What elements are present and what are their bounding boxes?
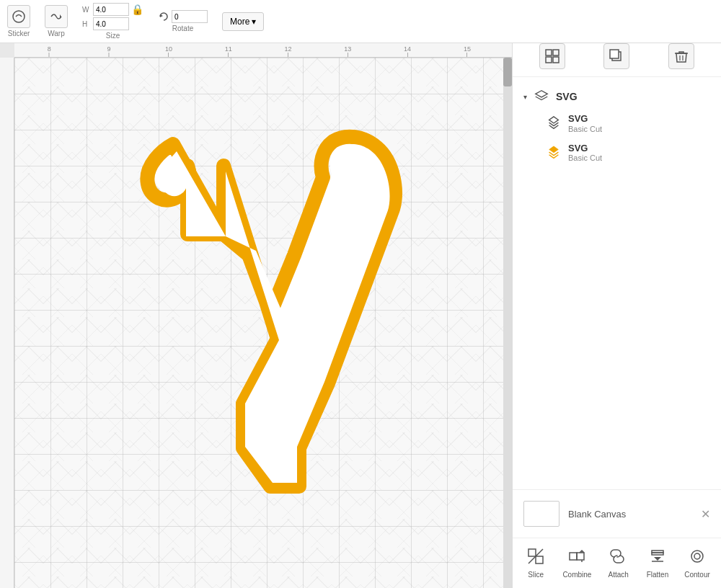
svg-rect-12 <box>528 549 536 556</box>
flatten-icon <box>649 548 666 569</box>
attach-button[interactable]: Attach <box>601 544 637 582</box>
layer-item-sub-1: Basic Cut <box>568 153 602 163</box>
ruler-tick-10: 10 <box>165 45 172 57</box>
rotate-label: Rotate <box>172 24 193 32</box>
layer-children: SVG Basic Cut SVG Bas <box>520 109 714 168</box>
layer-item-sub-0: Basic Cut <box>568 125 602 134</box>
svg-rect-4 <box>553 50 559 55</box>
svg-point-21 <box>694 553 700 559</box>
rotate-icon <box>158 11 169 22</box>
top-ruler: 8 9 10 11 12 13 14 15 <box>14 43 512 58</box>
svg-point-20 <box>691 551 703 562</box>
ruler-tick-14: 14 <box>404 45 411 57</box>
blank-canvas-label: Blank Canvas <box>568 509 626 520</box>
layers-list: ▾ SVG <box>513 77 721 489</box>
height-label: H <box>82 20 91 28</box>
right-panel: Layers Color Sync <box>512 0 721 588</box>
layer-icon-white <box>545 115 562 132</box>
svg-rect-16 <box>577 553 584 560</box>
warp-icon[interactable] <box>45 5 68 28</box>
warp-tool[interactable]: Warp <box>45 5 68 37</box>
chevron-down-icon: ▾ <box>523 93 527 101</box>
width-input[interactable] <box>93 3 129 16</box>
ruler-tick-12: 12 <box>284 45 291 57</box>
bottom-toolbar: Slice Combine Attach <box>513 538 721 588</box>
grid-canvas[interactable] <box>14 58 512 588</box>
size-inputs: W 🔒 H <box>82 3 143 30</box>
layer-item-1[interactable]: SVG Basic Cut <box>541 138 714 168</box>
group-button[interactable] <box>539 43 565 69</box>
warp-label: Warp <box>48 30 65 37</box>
size-tool: W 🔒 H Size <box>82 3 143 40</box>
svg-rect-13 <box>536 556 543 564</box>
attach-icon <box>610 548 627 569</box>
left-ruler <box>0 58 14 588</box>
more-button[interactable]: More ▾ <box>222 12 264 31</box>
ruler-tick-8: 8 <box>48 45 51 57</box>
combine-button[interactable]: Combine <box>557 544 597 582</box>
vertical-scrollbar[interactable] <box>503 58 512 588</box>
svg-rect-3 <box>546 50 552 55</box>
slice-label: Slice <box>528 571 544 579</box>
svg-marker-2 <box>160 14 163 17</box>
top-toolbar: Sticker Warp W 🔒 H Size Rot <box>0 0 721 43</box>
design-svg[interactable] <box>72 94 418 512</box>
rotate-inputs <box>158 10 208 23</box>
scrollbar-thumb[interactable] <box>503 58 512 86</box>
svg-rect-15 <box>570 553 577 560</box>
ruler-tick-9: 9 <box>107 45 111 57</box>
rotate-tool: Rotate <box>158 10 208 32</box>
slice-button[interactable]: Slice <box>518 544 554 582</box>
svg-rect-18 <box>652 551 663 553</box>
canvas-area: 8 9 10 11 12 13 14 15 <box>0 43 512 588</box>
flatten-label: Flatten <box>647 571 669 579</box>
group-icon <box>544 48 560 64</box>
more-label: More <box>230 17 249 27</box>
sticker-tool[interactable]: Sticker <box>7 5 30 37</box>
layer-item-name-0: SVG <box>568 113 602 125</box>
ruler-tick-15: 15 <box>464 45 471 57</box>
layer-item-text-1: SVG Basic Cut <box>568 143 602 164</box>
blank-canvas-item[interactable]: Blank Canvas ✕ <box>520 497 714 530</box>
flatten-button[interactable]: Flatten <box>640 544 676 582</box>
svg-rect-5 <box>546 57 552 63</box>
delete-button[interactable] <box>668 43 694 69</box>
layer-item-0[interactable]: SVG Basic Cut <box>541 109 714 138</box>
duplicate-icon <box>609 48 624 64</box>
rotate-input[interactable] <box>172 10 208 23</box>
size-label: Size <box>106 32 120 40</box>
svg-group-icon <box>533 88 550 105</box>
ruler-tick-11: 11 <box>225 45 232 57</box>
blank-canvas-thumbnail <box>523 501 559 527</box>
blank-canvas-close-icon[interactable]: ✕ <box>701 507 710 521</box>
blank-canvas-section: Blank Canvas ✕ <box>513 489 721 538</box>
sticker-label: Sticker <box>8 30 30 37</box>
contour-label: Contour <box>684 571 710 579</box>
svg-rect-8 <box>610 50 619 58</box>
slice-icon <box>527 548 544 569</box>
svg-rect-6 <box>553 57 559 63</box>
layer-group-svg: ▾ SVG <box>520 84 714 168</box>
sticker-icon[interactable] <box>7 5 30 28</box>
lock-icon[interactable]: 🔒 <box>131 4 143 15</box>
attach-label: Attach <box>609 571 629 579</box>
combine-label: Combine <box>562 571 591 579</box>
duplicate-button[interactable] <box>603 43 629 69</box>
height-input[interactable] <box>93 17 129 30</box>
width-label: W <box>82 6 91 14</box>
ruler-tick-13: 13 <box>344 45 351 57</box>
combine-icon <box>568 548 585 569</box>
more-arrow-icon: ▾ <box>252 17 256 27</box>
delete-icon <box>673 48 689 64</box>
layer-group-header[interactable]: ▾ SVG <box>520 84 714 109</box>
svg-point-0 <box>13 11 25 22</box>
contour-button[interactable]: Contour <box>678 544 716 582</box>
layer-item-text-0: SVG Basic Cut <box>568 113 602 134</box>
contour-icon <box>689 548 706 569</box>
layer-item-name-1: SVG <box>568 143 602 154</box>
layer-group-name: SVG <box>556 91 578 102</box>
layer-icon-orange <box>545 144 562 161</box>
